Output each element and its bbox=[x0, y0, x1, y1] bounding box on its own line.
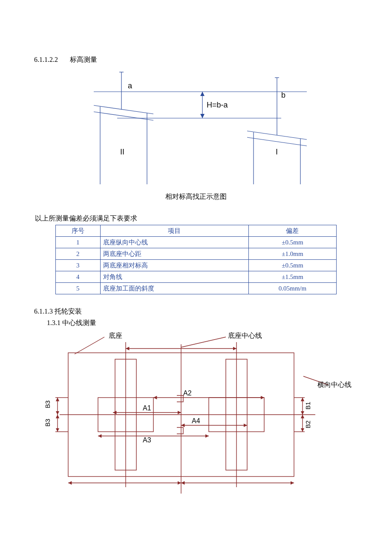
col-idx: 序号 bbox=[56, 225, 101, 237]
fig2-A3: A3 bbox=[143, 436, 151, 444]
fig2-A2: A2 bbox=[183, 389, 192, 397]
cell-idx: 3 bbox=[56, 260, 101, 271]
section-subheading: 1.3.1 中心线测量 bbox=[47, 319, 358, 328]
table-row: 5 底座加工面的斜度 0.05mm/m bbox=[56, 283, 337, 294]
cell-idx: 2 bbox=[56, 248, 101, 260]
svg-line-1 bbox=[94, 112, 153, 120]
col-dev: 偏差 bbox=[248, 225, 336, 237]
cell-dev: 0.05mm/m bbox=[248, 283, 336, 294]
fig2-B2: B2 bbox=[304, 421, 311, 428]
section-number: 6.1.1.2.2 bbox=[34, 56, 68, 64]
elevation-diagram: a b H=b-a II I bbox=[34, 67, 358, 188]
fig2-lbl-base: 底座 bbox=[109, 332, 122, 339]
table-row: 4 对角线 ±1.5mm bbox=[56, 271, 337, 283]
section-heading-2: 6.1.1.3 托轮安装 bbox=[34, 307, 358, 316]
svg-line-27 bbox=[181, 337, 226, 347]
col-item: 项目 bbox=[100, 225, 248, 237]
fig2-lbl-base-center: 底座中心线 bbox=[228, 332, 262, 339]
cell-idx: 4 bbox=[56, 271, 101, 283]
cell-idx: 5 bbox=[56, 283, 101, 294]
table-header-row: 序号 项目 偏差 bbox=[56, 225, 337, 237]
table-note: 以上所测量偏差必须满足下表要求 bbox=[35, 214, 358, 223]
fig1-label-b: b bbox=[281, 91, 285, 99]
table-row: 2 两底座中心距 ±1.0mm bbox=[56, 248, 337, 260]
centerline-svg: 底座 底座中心线 横向中心线 A2 A1 A4 A3 B3 B3 B1 B2 bbox=[34, 329, 358, 500]
cell-item: 底座加工面的斜度 bbox=[100, 283, 248, 294]
svg-marker-15 bbox=[200, 92, 205, 96]
fig1-label-a: a bbox=[128, 81, 133, 90]
fig1-formula: H=b-a bbox=[207, 101, 228, 109]
svg-line-5 bbox=[247, 137, 307, 146]
table-row: 3 两底座相对标高 ±0.5mm bbox=[56, 260, 337, 271]
tolerance-table: 序号 项目 偏差 1 底座纵向中心线 ±0.5mm 2 两底座中心距 ±1.0m… bbox=[55, 225, 337, 294]
figure1-caption: 相对标高找正示意图 bbox=[34, 192, 358, 201]
table-row: 1 底座纵向中心线 ±0.5mm bbox=[56, 237, 337, 248]
fig2-B3b: B3 bbox=[44, 419, 51, 427]
fig2-A4: A4 bbox=[192, 417, 200, 424]
fig2-B3a: B3 bbox=[44, 401, 51, 408]
svg-marker-16 bbox=[200, 114, 205, 118]
section-heading-1: 6.1.1.2.2 标高测量 bbox=[34, 55, 358, 64]
cell-dev: ±0.5mm bbox=[248, 237, 336, 248]
cell-idx: 1 bbox=[56, 237, 101, 248]
cell-item: 两底座相对标高 bbox=[100, 260, 248, 271]
fig2-B1: B1 bbox=[304, 402, 311, 410]
centerline-diagram: 底座 底座中心线 横向中心线 A2 A1 A4 A3 B3 B3 B1 B2 bbox=[34, 329, 358, 502]
fig2-lbl-horiz: 横向中心线 bbox=[317, 381, 352, 388]
elevation-svg: a b H=b-a II I bbox=[77, 67, 315, 186]
fig2-A1: A1 bbox=[143, 404, 151, 412]
svg-line-26 bbox=[75, 337, 104, 354]
page-root: 6.1.1.2.2 标高测量 bbox=[0, 0, 392, 532]
fig1-label-I: I bbox=[276, 148, 278, 156]
fig1-label-II: II bbox=[120, 148, 124, 156]
cell-dev: ±0.5mm bbox=[248, 260, 336, 271]
cell-item: 两底座中心距 bbox=[100, 248, 248, 260]
cell-item: 对角线 bbox=[100, 271, 248, 283]
cell-dev: ±1.5mm bbox=[248, 271, 336, 283]
section-title: 标高测量 bbox=[70, 56, 97, 63]
cell-dev: ±1.0mm bbox=[248, 248, 336, 260]
svg-line-0 bbox=[94, 105, 153, 114]
cell-item: 底座纵向中心线 bbox=[100, 237, 248, 248]
